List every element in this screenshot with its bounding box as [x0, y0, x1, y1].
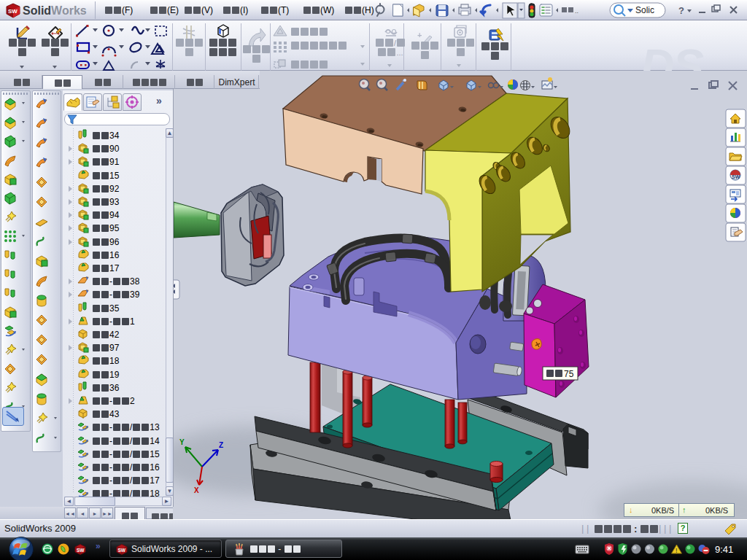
svg-text:Z: Z — [219, 441, 223, 449]
svg-text:SW: SW — [732, 174, 740, 179]
svg-text:?: ? — [678, 5, 684, 16]
svg-text:X: X — [194, 486, 199, 494]
svg-text:SW: SW — [77, 548, 85, 553]
svg-text:Solic: Solic — [635, 5, 654, 15]
svg-text:75: 75 — [564, 369, 574, 379]
svg-text:SW: SW — [8, 8, 18, 15]
svg-text:SW: SW — [118, 548, 126, 553]
svg-text:Y: Y — [179, 438, 185, 446]
svg-text:+: + — [417, 31, 422, 39]
svg-text:!: ! — [676, 547, 678, 554]
